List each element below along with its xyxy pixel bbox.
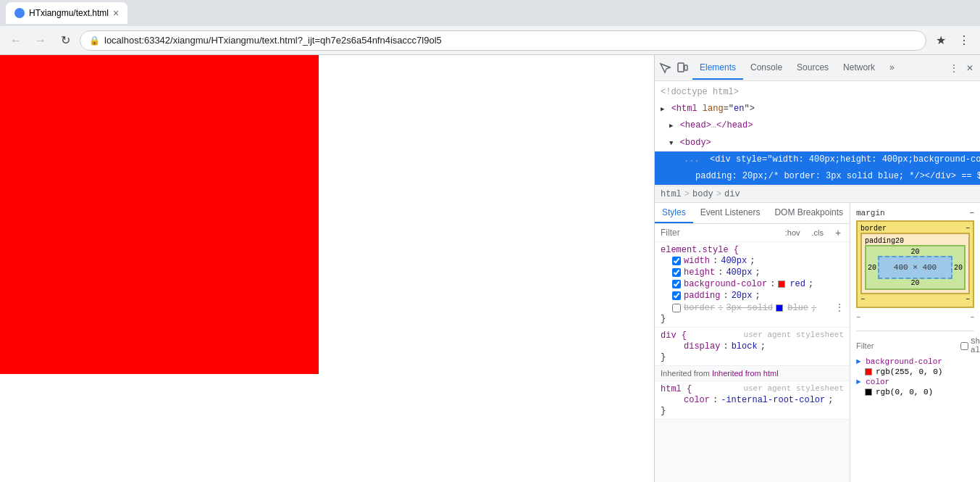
- style-tabs: Styles Event Listeners DOM Breakpoints P…: [655, 203, 850, 224]
- box-model-margin-label: margin: [856, 209, 885, 217]
- devtools-settings-icon[interactable]: ⋮: [947, 61, 961, 75]
- color-swatch-bottom[interactable]: [865, 388, 872, 396]
- breadcrumb-html[interactable]: html: [661, 189, 682, 199]
- show-all-label[interactable]: Show all: [960, 337, 980, 354]
- style-panel: Styles Event Listeners DOM Breakpoints P…: [655, 203, 980, 482]
- margin-bottom-row: − −: [860, 296, 970, 304]
- breadcrumb-div[interactable]: div: [724, 189, 740, 199]
- filter-cls-button[interactable]: .cls: [809, 227, 827, 238]
- svg-rect-0: [678, 63, 684, 72]
- filter-input[interactable]: [661, 228, 776, 238]
- padding-label: padding20: [865, 237, 904, 245]
- box-content: 400 × 400: [878, 256, 952, 279]
- css-div-close: }: [661, 352, 844, 362]
- box-border: padding20 20 20 400 × 400 20: [860, 233, 970, 294]
- dom-line-html[interactable]: <html lang="en">: [655, 101, 980, 117]
- margin-minus-left: −: [860, 296, 865, 304]
- breadcrumb-sep-1: >: [684, 189, 690, 199]
- bookmarks-button[interactable]: ★: [931, 30, 951, 51]
- padding-top: 20: [910, 248, 919, 256]
- dom-line-div-end[interactable]: padding: 20px;/* border: 3px solid blue;…: [655, 168, 980, 185]
- tab-title: HTxiangmu/text.html: [29, 8, 109, 18]
- css-checkbox-width[interactable]: [672, 257, 681, 265]
- dom-line-doctype: <!doctype html>: [655, 84, 980, 101]
- back-icon: ←: [10, 34, 22, 47]
- menu-button[interactable]: ⋮: [954, 30, 974, 51]
- css-div-selector: div {: [661, 331, 687, 341]
- bg-swatch-bottom[interactable]: [865, 368, 872, 375]
- css-div-source: user agent stylesheet: [743, 331, 844, 339]
- devtools-tab-elements[interactable]: Elements: [692, 57, 743, 80]
- head-triangle[interactable]: [669, 119, 673, 133]
- css-checkbox-border[interactable]: [672, 304, 681, 312]
- tab-close-button[interactable]: ×: [113, 7, 119, 19]
- css-checkbox-padding[interactable]: [672, 291, 681, 300]
- css-html-source: user agent stylesheet: [743, 384, 844, 393]
- box-model-minus: −: [969, 209, 974, 217]
- reload-button[interactable]: ↻: [55, 30, 75, 51]
- dom-line-body[interactable]: <body>: [655, 135, 980, 151]
- css-checkbox-height[interactable]: [672, 268, 681, 277]
- html-triangle[interactable]: [661, 102, 664, 116]
- box-padding: 20 20 400 × 400 20 20: [865, 245, 966, 290]
- tab-favicon: [14, 8, 25, 18]
- border-label: border: [860, 225, 887, 233]
- border-color-swatch[interactable]: [776, 304, 783, 312]
- forward-button[interactable]: →: [30, 30, 51, 51]
- css-html-close: }: [661, 406, 844, 416]
- browser-tab[interactable]: HTxiangmu/text.html ×: [6, 2, 127, 24]
- css-rule-close: }: [661, 314, 844, 324]
- padding-left: 20: [868, 264, 876, 272]
- bg-color-swatch[interactable]: [778, 281, 785, 288]
- show-all-checkbox[interactable]: [960, 342, 968, 350]
- bottom-prop-bg: ► background-color: [856, 356, 974, 367]
- body-triangle[interactable]: [669, 136, 673, 150]
- add-style-button[interactable]: +: [832, 227, 844, 238]
- box-bottom-row: − −: [856, 314, 974, 322]
- box-model-bottom: − −: [856, 314, 974, 322]
- filter-hov-button[interactable]: :hov: [782, 227, 803, 238]
- css-prop-display: display : block ;: [661, 341, 844, 352]
- inspect-icon[interactable]: [658, 61, 672, 75]
- css-rule-element-style: element.style { width : 400px ; height: [655, 242, 850, 328]
- page-content: [0, 55, 654, 482]
- css-selector-element: element.style {: [661, 245, 844, 255]
- bg-value-text: rgb(255, 0, 0): [876, 367, 942, 376]
- breadcrumb: html > body > div: [655, 186, 980, 203]
- color-value-text: rgb(0, 0, 0): [876, 388, 933, 396]
- style-tab-dom-breakpoints[interactable]: DOM Breakpoints: [767, 203, 850, 223]
- devtools-tab-sources[interactable]: Sources: [790, 57, 836, 80]
- border-label-row: border −: [860, 225, 970, 233]
- triangle-bg[interactable]: ►: [856, 357, 861, 366]
- breadcrumb-body[interactable]: body: [692, 189, 713, 199]
- show-all-text: Show all: [971, 337, 980, 354]
- css-checkbox-bg[interactable]: [672, 280, 681, 288]
- devtools-tab-console[interactable]: Console: [743, 57, 790, 80]
- devtools-panel: Elements Console Sources Network » ⋮ ✕ <…: [654, 55, 980, 482]
- dom-line-head[interactable]: <head>…</head>: [655, 117, 980, 134]
- lock-icon: 🔒: [89, 36, 100, 46]
- triangle-color[interactable]: ►: [856, 378, 861, 386]
- bottom-prop-bg-value: rgb(255, 0, 0): [856, 367, 974, 376]
- style-tab-styles[interactable]: Styles: [655, 203, 693, 223]
- padding-header: padding20: [865, 237, 966, 245]
- bottom-prop-color-value: rgb(0, 0, 0): [856, 388, 974, 396]
- tab-bar: HTxiangmu/text.html ×: [0, 0, 980, 26]
- device-icon[interactable]: [675, 61, 690, 75]
- content-size: 400 × 400: [894, 263, 937, 272]
- devtools-close-icon[interactable]: ✕: [963, 61, 977, 75]
- back-button[interactable]: ←: [6, 30, 26, 51]
- css-rule-menu[interactable]: ⋮: [835, 302, 844, 313]
- bottom-filter-input[interactable]: [856, 341, 956, 350]
- css-selector-text: element.style {: [661, 245, 739, 255]
- address-bar[interactable]: 🔒 localhost:63342/xiangmu/HTxiangmu/text…: [80, 30, 926, 51]
- border-minus: −: [966, 225, 970, 233]
- style-tab-event-listeners[interactable]: Event Listeners: [693, 203, 768, 223]
- dom-panel: <!doctype html> <html lang="en"> <head>……: [655, 81, 980, 186]
- devtools-tab-more[interactable]: »: [882, 57, 902, 80]
- dom-line-div-start[interactable]: ... <div style="width: 400px;height: 400…: [655, 151, 980, 168]
- css-prop-height: height : 400px ;: [661, 267, 844, 278]
- address-text: localhost:63342/xiangmu/HTxiangmu/text.h…: [104, 35, 442, 46]
- box-margin: border − padding20 20 20: [856, 220, 974, 308]
- devtools-tab-network[interactable]: Network: [836, 57, 882, 80]
